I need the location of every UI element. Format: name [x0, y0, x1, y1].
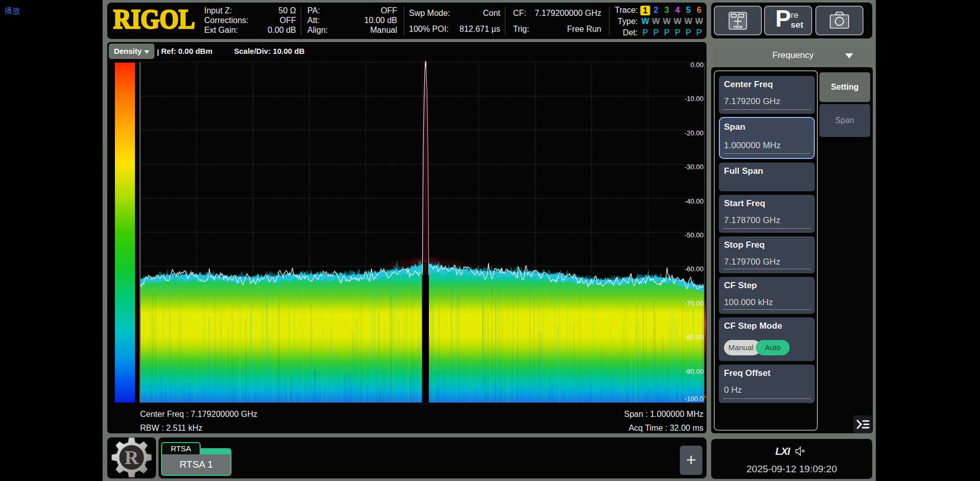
svg-text:-30.00: -30.00 [684, 163, 703, 171]
svg-text:0.00: 0.00 [691, 61, 703, 69]
svg-text:VIEW: VIEW [733, 25, 742, 29]
svg-text:-20.00: -20.00 [684, 129, 703, 137]
svg-text:-70.00: -70.00 [684, 299, 703, 307]
svg-text:-50.00: -50.00 [684, 231, 703, 239]
svg-text:-80.00: -80.00 [684, 333, 703, 341]
svg-text:-60.00: -60.00 [684, 265, 703, 273]
svg-text:-90.00: -90.00 [684, 368, 703, 375]
svg-text:R: R [125, 447, 139, 468]
svg-text:-10.00: -10.00 [684, 95, 703, 103]
svg-text:-100.0: -100.0 [684, 395, 703, 403]
svg-text:-40.00: -40.00 [684, 197, 703, 205]
